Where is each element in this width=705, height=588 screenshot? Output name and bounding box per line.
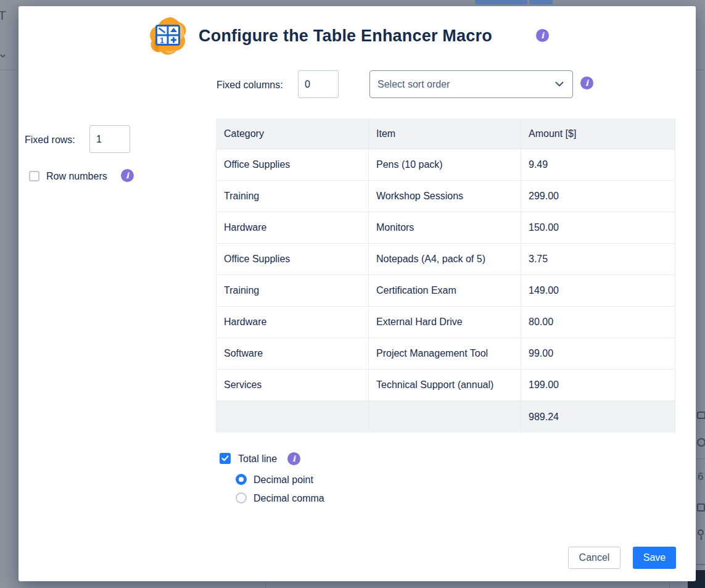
table-cell: Hardware: [216, 307, 369, 338]
chevron-down-icon: ⌄: [0, 46, 8, 60]
table-enhancer-macro-icon: 1: [148, 16, 188, 56]
table-cell: External Hard Drive: [369, 307, 521, 338]
table-cell: Certification Exam: [369, 275, 521, 307]
table-cell: Technical Support (annual): [369, 370, 521, 401]
table-header-category: Category: [216, 118, 369, 149]
table-cell: 99.00: [521, 338, 675, 370]
table-row: TrainingCertification Exam149.00: [216, 275, 675, 307]
total-line-label: Total line: [238, 453, 277, 465]
pin-icon: [698, 529, 704, 536]
save-button[interactable]: Save: [633, 547, 676, 569]
table-total-row: 989.24: [216, 401, 675, 433]
table-cell: Office Supplies: [216, 149, 369, 181]
table-cell: 299.00: [521, 181, 675, 212]
table-cell: 9.49: [521, 149, 675, 181]
table-cell: Services: [216, 370, 369, 401]
table-cell: 150.00: [521, 212, 675, 244]
fixed-rows-input[interactable]: [89, 125, 130, 153]
decimal-comma-label: Decimal comma: [254, 492, 324, 505]
fixed-rows-label: Fixed rows:: [25, 134, 75, 146]
table-cell: Software: [216, 338, 369, 370]
background-partial-text: T: [0, 8, 6, 23]
table-header-item: Item: [369, 118, 521, 149]
background-partial-glyph: 6: [698, 471, 703, 483]
cancel-button[interactable]: Cancel: [568, 547, 620, 569]
table-row: HardwareExternal Hard Drive80.00: [216, 307, 675, 338]
preview-table: Category Item Amount [$] Office Supplies…: [216, 118, 675, 433]
background-sidebar-divider: [696, 458, 705, 459]
row-numbers-label: Row numbers: [46, 170, 107, 183]
sort-order-info-icon[interactable]: i: [580, 77, 593, 89]
chevron-down-icon: [555, 81, 564, 87]
background-table-border: [265, 582, 266, 588]
decimal-point-label: Decimal point: [254, 474, 313, 486]
table-total-amount: 989.24: [521, 401, 675, 433]
decimal-comma-radio[interactable]: [236, 492, 247, 503]
table-row: Office SuppliesPens (10 pack)9.49: [216, 149, 675, 181]
table-cell: 3.75: [521, 244, 675, 275]
table-cell: Monitors: [369, 212, 521, 244]
background-secondary-button-partial: [529, 0, 553, 4]
table-cell: Notepads (A4, pack of 5): [369, 244, 521, 275]
background-primary-button-partial: [475, 0, 527, 4]
table-header-amount: Amount [$]: [521, 118, 675, 149]
row-numbers-info-icon[interactable]: i: [121, 169, 134, 182]
macro-config-dialog: 1 Configure the Table Enhancer Macro i F…: [19, 6, 696, 581]
sort-order-placeholder: Select sort order: [377, 79, 555, 90]
table-cell: Workshop Sessions: [369, 181, 521, 212]
table-row: ServicesTechnical Support (annual)199.00: [216, 370, 675, 401]
svg-text:1: 1: [160, 36, 164, 45]
total-line-info-icon[interactable]: i: [287, 452, 300, 465]
decimal-point-radio[interactable]: [236, 474, 247, 485]
table-cell: 80.00: [521, 307, 675, 338]
circle-icon: [697, 438, 705, 447]
sort-order-select[interactable]: Select sort order: [369, 70, 573, 98]
dialog-title: Configure the Table Enhancer Macro: [199, 27, 492, 46]
fixed-columns-input[interactable]: [298, 70, 339, 98]
table-header-row: Category Item Amount [$]: [216, 118, 675, 149]
row-numbers-checkbox[interactable]: [29, 171, 39, 181]
table-cell: Training: [216, 181, 369, 212]
table-cell: [216, 401, 369, 433]
table-cell: Training: [216, 275, 369, 307]
background-table-border: [669, 582, 670, 588]
square-icon: [697, 503, 705, 511]
table-row: Office SuppliesNotepads (A4, pack of 5)3…: [216, 244, 675, 275]
fixed-columns-label: Fixed columns:: [216, 79, 283, 91]
table-cell: Hardware: [216, 212, 369, 244]
table-cell: Office Supplies: [216, 244, 369, 275]
table-row: SoftwareProject Management Tool99.00: [216, 338, 675, 370]
background-right-divider: [696, 564, 705, 565]
table-cell: 149.00: [521, 275, 675, 307]
table-cell: 199.00: [521, 370, 675, 401]
table-row: HardwareMonitors150.00: [216, 212, 675, 244]
table-cell: Pens (10 pack): [369, 149, 521, 181]
table-body: Office SuppliesPens (10 pack)9.49Trainin…: [216, 149, 675, 401]
title-info-icon[interactable]: i: [536, 29, 549, 42]
comment-icon: [697, 412, 705, 419]
table-cell: Project Management Tool: [369, 338, 521, 370]
table-cell: [369, 401, 521, 433]
total-line-checkbox[interactable]: [220, 453, 231, 464]
table-row: TrainingWorkshop Sessions299.00: [216, 181, 675, 212]
